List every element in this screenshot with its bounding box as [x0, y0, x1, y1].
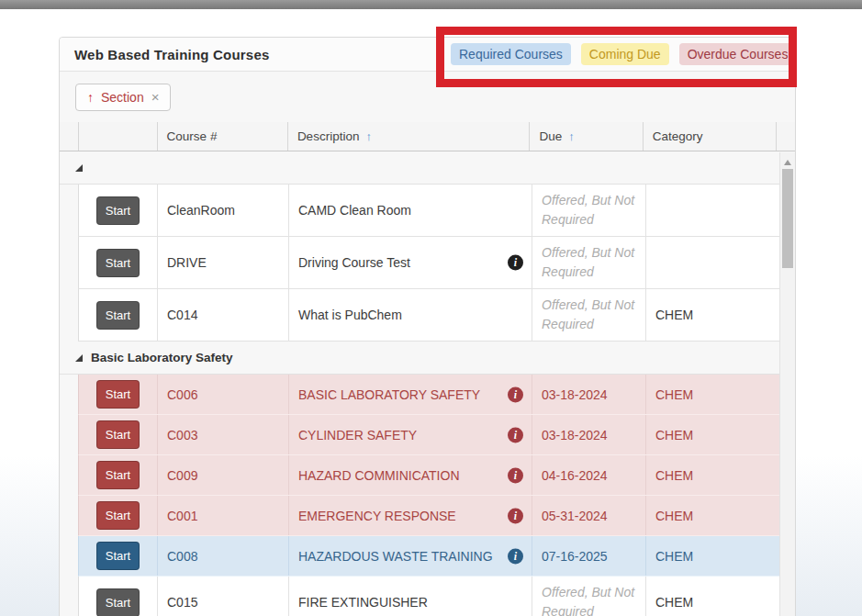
group-row: Basic Laboratory Safety	[60, 342, 795, 375]
vertical-scrollbar[interactable]	[779, 152, 795, 616]
start-button[interactable]: Start	[96, 542, 140, 570]
start-cell: Start	[79, 237, 158, 288]
grid-body: StartCleanRoomCAMD Clean RoomOffered, Bu…	[60, 151, 795, 616]
course-description: CAMD Clean Room	[298, 203, 411, 218]
legend-badge: Required Courses	[451, 43, 571, 65]
due-date: 05-31-2024	[532, 496, 646, 535]
legend-badge: Overdue Courses	[679, 43, 797, 65]
course-description-cell: Driving Course Testi	[289, 237, 532, 288]
sort-asc-icon: ↑	[568, 129, 575, 143]
course-description: BASIC LABORATORY SAFETY	[298, 387, 480, 402]
category: CHEM	[646, 375, 780, 414]
header-scrollbar-spacer	[777, 122, 795, 151]
table-row: StartC001EMERGENCY RESPONSEi05-31-2024CH…	[78, 496, 795, 536]
legend: Required CoursesComing DueOverdue Course…	[451, 43, 796, 65]
start-button[interactable]: Start	[96, 420, 140, 449]
category: CHEM	[646, 536, 780, 576]
info-icon[interactable]: i	[508, 255, 523, 271]
group-expand-icon[interactable]	[75, 164, 83, 172]
course-number: C009	[158, 455, 289, 495]
table-row: StartC008HAZARDOUS WASTE TRAININGi07-16-…	[78, 536, 795, 577]
column-header-expand	[60, 122, 79, 151]
start-button[interactable]: Start	[96, 501, 140, 530]
course-number: C006	[158, 375, 289, 414]
course-description: HAZARDOUS WASTE TRAINING	[298, 549, 493, 564]
course-number: DRIVE	[158, 237, 289, 288]
start-button[interactable]: Start	[96, 461, 140, 489]
column-header-label: Due	[539, 129, 562, 143]
filter-chip-section[interactable]: ↑ Section ×	[75, 84, 171, 111]
column-header-course[interactable]: Course #	[158, 122, 288, 151]
close-icon[interactable]: ×	[151, 90, 160, 104]
grid-header: Course #Description↑Due↑Category	[60, 122, 795, 151]
course-description-cell: CYLINDER SAFETYi	[289, 415, 532, 454]
scroll-up-icon[interactable]	[784, 160, 791, 165]
course-description: EMERGENCY RESPONSE	[298, 509, 456, 523]
table-row: StartC003CYLINDER SAFETYi03-18-2024CHEM	[78, 415, 795, 455]
course-description-cell: EMERGENCY RESPONSEi	[289, 496, 532, 535]
info-icon[interactable]: i	[508, 386, 523, 402]
due-date: 03-18-2024	[532, 375, 646, 414]
course-description-cell: What is PubChem	[289, 289, 532, 341]
start-button[interactable]: Start	[96, 196, 140, 225]
column-header-action	[79, 122, 158, 151]
courses-grid: Course #Description↑Due↑Category StartCl…	[60, 122, 795, 616]
start-cell: Start	[79, 289, 158, 341]
table-row: StartC015FIRE EXTINGUISHEROffered, But N…	[78, 577, 795, 616]
due-date: 07-16-2025	[532, 536, 646, 576]
sort-asc-icon: ↑	[365, 129, 372, 143]
info-icon[interactable]: i	[508, 548, 523, 564]
start-cell: Start	[79, 375, 158, 414]
table-row: StartC009HAZARD COMMINICATIONi04-16-2024…	[78, 455, 795, 496]
course-description-cell: HAZARDOUS WASTE TRAININGi	[289, 536, 532, 576]
column-header-label: Description	[297, 129, 360, 143]
start-cell: Start	[79, 415, 158, 454]
course-number: C014	[158, 289, 289, 341]
start-button[interactable]: Start	[96, 588, 140, 616]
course-number: C003	[158, 415, 289, 454]
due-offered-text: Offered, But Not Required	[532, 577, 646, 616]
column-header-description[interactable]: Description↑	[288, 122, 531, 151]
course-description-cell: HAZARD COMMINICATIONi	[289, 455, 532, 495]
info-icon[interactable]: i	[508, 508, 523, 523]
column-header-category[interactable]: Category	[644, 122, 777, 151]
table-row: StartC006BASIC LABORATORY SAFETYi03-18-2…	[78, 375, 795, 415]
start-button[interactable]: Start	[96, 380, 140, 409]
table-row: StartC014What is PubChemOffered, But Not…	[78, 289, 795, 342]
course-description: HAZARD COMMINICATION	[298, 468, 460, 483]
info-icon[interactable]: i	[508, 427, 523, 442]
filter-chip-label: Section	[101, 90, 144, 105]
category	[646, 237, 780, 288]
course-description-cell: CAMD Clean Room	[289, 185, 532, 236]
table-row: StartDRIVEDriving Course TestiOffered, B…	[78, 237, 795, 289]
page: { "panel": { "title": "Web Based Trainin…	[0, 0, 862, 616]
window-top-bar	[0, 0, 862, 9]
category	[646, 185, 780, 236]
column-header-due[interactable]: Due↑	[530, 122, 643, 151]
scrollbar-thumb[interactable]	[782, 169, 793, 268]
start-button[interactable]: Start	[96, 301, 140, 330]
course-description-cell: FIRE EXTINGUISHER	[289, 577, 532, 616]
group-expand-icon[interactable]	[75, 354, 83, 362]
start-cell: Start	[79, 185, 158, 236]
due-offered-text: Offered, But Not Required	[532, 237, 646, 288]
course-number: CleanRoom	[158, 185, 289, 236]
course-description: FIRE EXTINGUISHER	[298, 595, 428, 610]
start-cell: Start	[79, 577, 158, 616]
category: CHEM	[646, 415, 780, 454]
course-number: C015	[158, 577, 289, 616]
start-button[interactable]: Start	[96, 249, 140, 277]
course-description: CYLINDER SAFETY	[298, 428, 417, 442]
column-header-label: Category	[653, 129, 703, 143]
category: CHEM	[646, 496, 780, 535]
page-title: Web Based Training Courses	[74, 47, 269, 62]
info-icon[interactable]: i	[508, 467, 523, 483]
course-number: C008	[158, 536, 289, 576]
due-date: 03-18-2024	[532, 415, 646, 454]
due-offered-text: Offered, But Not Required	[532, 185, 646, 236]
group-label: Basic Laboratory Safety	[91, 351, 233, 364]
filter-bar: ↑ Section ×	[60, 72, 795, 122]
start-cell: Start	[79, 536, 158, 576]
course-number: C001	[158, 496, 289, 535]
category: CHEM	[646, 577, 780, 616]
